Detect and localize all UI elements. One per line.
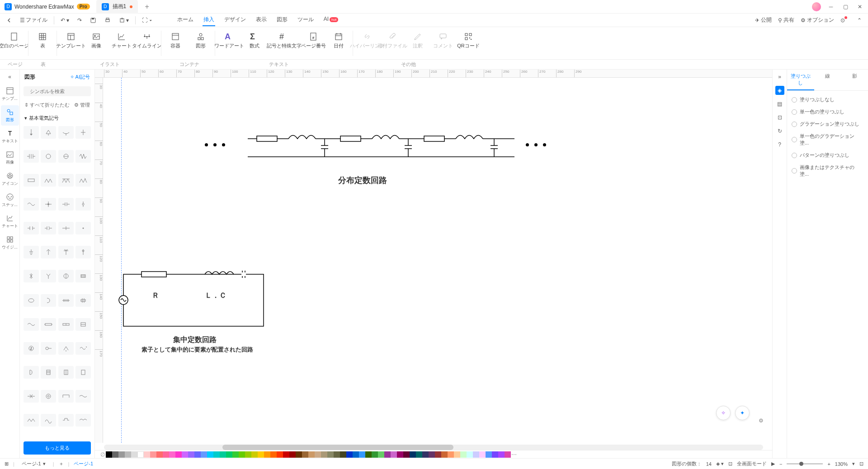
tab-ai[interactable]: AIhot <box>323 14 339 26</box>
collapse-all-button[interactable]: ⇕ すべて折りたたむ <box>24 102 70 108</box>
shape-symbol-27[interactable] <box>75 270 91 282</box>
circuit-title-1[interactable]: 分布定数回路 <box>338 175 387 186</box>
shape-symbol-3[interactable] <box>75 126 91 139</box>
color-swatch-9[interactable] <box>163 451 169 458</box>
color-swatch-43[interactable] <box>378 451 384 458</box>
maximize-button[interactable]: ▢ <box>841 2 850 11</box>
shape-symbol-47[interactable] <box>75 390 91 403</box>
rail-icon[interactable]: アイコン <box>1 169 19 189</box>
color-swatch-57[interactable] <box>467 451 473 458</box>
label-r[interactable]: Ｒ <box>152 291 159 300</box>
ribbon-symbols[interactable]: #記号と特殊文字 <box>268 30 300 52</box>
shape-symbol-2[interactable] <box>58 126 74 139</box>
shape-symbol-35[interactable] <box>75 318 91 331</box>
ribbon-chart[interactable]: チャート <box>109 30 134 52</box>
color-swatch-11[interactable] <box>175 451 182 458</box>
ribbon-formula[interactable]: Σ数式 <box>242 30 267 52</box>
ribbon-timeline[interactable]: タイムライン <box>135 30 159 52</box>
options-button[interactable]: ⚙ オプション <box>801 16 834 24</box>
color-swatch-17[interactable] <box>213 451 220 458</box>
fill-gradient-solid[interactable]: 単一色のグラデーション塗... <box>790 130 865 149</box>
color-swatch-49[interactable] <box>416 451 422 458</box>
collapse-rail-button[interactable]: « <box>3 72 17 81</box>
tab-design[interactable]: デザイン <box>223 14 247 26</box>
ribbon-container[interactable]: 容器 <box>163 30 188 52</box>
color-swatch-8[interactable] <box>156 451 163 458</box>
manage-button[interactable]: ⚙ 管理 <box>74 102 90 108</box>
tab-view[interactable]: 表示 <box>255 14 268 26</box>
document-tab[interactable]: D 描画1 <box>96 0 138 14</box>
color-swatch-60[interactable] <box>486 451 492 458</box>
color-swatch-22[interactable] <box>245 451 251 458</box>
color-swatch-40[interactable] <box>359 451 365 458</box>
guide-line[interactable] <box>121 78 122 443</box>
shape-symbol-36[interactable]: Z <box>24 342 39 355</box>
shape-symbol-43[interactable] <box>75 366 91 379</box>
shape-symbol-9[interactable] <box>41 174 56 187</box>
rail-shapes[interactable]: 図形 <box>1 105 19 126</box>
undo-button[interactable]: ↶ ▾ <box>59 15 71 25</box>
symbol-search[interactable] <box>24 86 91 96</box>
tab-insert[interactable]: 挿入 <box>203 14 215 26</box>
color-swatch-37[interactable] <box>340 451 346 458</box>
category-title[interactable]: ▾ 基本電気記号 <box>20 112 94 124</box>
color-swatch-6[interactable] <box>144 451 150 458</box>
color-swatch-15[interactable] <box>201 451 207 458</box>
shape-symbol-14[interactable] <box>58 198 74 211</box>
color-swatch-63[interactable] <box>505 451 511 458</box>
layers-button[interactable]: ◈ ▾ <box>716 461 724 467</box>
shape-symbol-23[interactable] <box>75 246 91 258</box>
fill-solid[interactable]: 単一色の塗りつぶし <box>790 106 865 118</box>
ribbon-diagram[interactable]: 図形 <box>189 30 213 52</box>
ribbon-wordart[interactable]: Aワードアート <box>217 30 241 52</box>
color-swatch-4[interactable] <box>131 451 137 458</box>
shape-symbol-4[interactable] <box>24 150 39 163</box>
shape-symbol-15[interactable] <box>75 198 91 211</box>
fullscreen-toggle[interactable]: ⛶ ▾ <box>140 15 153 25</box>
color-swatch-36[interactable] <box>334 451 340 458</box>
no-color[interactable]: ∅ <box>99 451 106 458</box>
color-swatch-34[interactable] <box>321 451 327 458</box>
color-swatch-48[interactable] <box>410 451 416 458</box>
symbol-search-input[interactable] <box>30 89 92 94</box>
settings-gear[interactable]: ⚙ <box>759 417 768 427</box>
tab-line[interactable]: 線 <box>814 70 841 90</box>
layout-panel-icon[interactable]: ⊡ <box>775 113 784 122</box>
shape-symbol-28[interactable] <box>24 294 39 307</box>
ai-symbol-button[interactable]: ✧ AI記号 <box>70 74 90 80</box>
color-swatch-1[interactable] <box>112 451 118 458</box>
shape-symbol-29[interactable] <box>41 294 56 307</box>
shape-symbol-5[interactable] <box>41 150 56 163</box>
shape-symbol-1[interactable] <box>41 126 56 139</box>
shape-symbol-38[interactable] <box>58 342 74 355</box>
color-swatch-12[interactable] <box>182 451 188 458</box>
color-swatch-41[interactable] <box>365 451 372 458</box>
fill-pattern[interactable]: パターンの塗りつぶし <box>790 149 865 161</box>
color-swatch-19[interactable] <box>226 451 232 458</box>
color-swatch-39[interactable] <box>353 451 359 458</box>
rail-template[interactable]: テンプ... <box>1 84 19 104</box>
scrollbar-thumb[interactable] <box>222 445 453 450</box>
shape-symbol-0[interactable] <box>24 126 39 139</box>
color-swatch-52[interactable] <box>435 451 441 458</box>
shape-symbol-26[interactable] <box>58 270 74 282</box>
shape-symbol-10[interactable] <box>58 174 74 187</box>
close-button[interactable]: ✕ <box>855 2 864 11</box>
ai-sparkle-button[interactable]: ✦ <box>735 406 750 420</box>
shape-symbol-42[interactable] <box>58 366 74 379</box>
notification-button[interactable]: ⊙ <box>840 17 849 23</box>
ribbon-date[interactable]: 日付 <box>326 30 351 52</box>
color-swatch-24[interactable] <box>258 451 264 458</box>
color-swatch-26[interactable] <box>270 451 277 458</box>
distributed-circuit[interactable] <box>248 134 514 159</box>
shape-symbol-18[interactable] <box>58 222 74 234</box>
zoom-level[interactable]: 130% <box>835 461 848 467</box>
shape-symbol-37[interactable] <box>41 342 56 355</box>
color-swatch-14[interactable] <box>194 451 201 458</box>
rail-image[interactable]: 画像 <box>1 148 19 168</box>
color-swatch-25[interactable] <box>264 451 270 458</box>
canvas[interactable]: 分布定数回路 Ｒ Ｌ．Ｃ 集中定数回路 素子として集中 <box>103 78 772 443</box>
more-shapes-button[interactable]: もっと見る <box>24 441 91 455</box>
ribbon-image[interactable]: 画像 <box>84 30 108 52</box>
zoom-slider[interactable] <box>787 463 823 464</box>
